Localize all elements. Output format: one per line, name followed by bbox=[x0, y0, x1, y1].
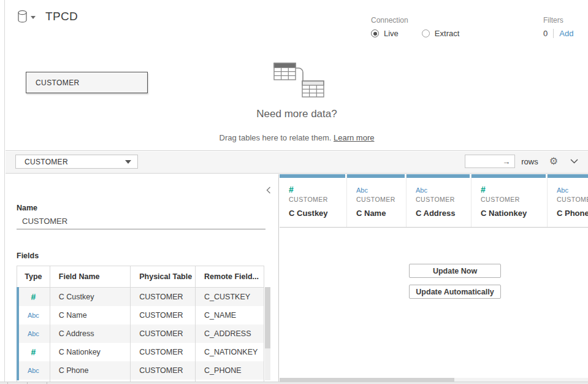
learn-more-link[interactable]: Learn more bbox=[334, 133, 374, 142]
grid-column-c-name[interactable]: Abc CUSTOMER C Name bbox=[347, 174, 407, 227]
remote-field-cell: C_ADDRESS bbox=[196, 324, 264, 343]
column-table-label: CUSTOMER bbox=[481, 196, 547, 203]
empty-state-hint: Drag tables here to relate them. Learn m… bbox=[6, 133, 588, 142]
bottom-edge-strip bbox=[0, 382, 588, 384]
relationship-canvas: TPCD Connection Live Extract Filters 0 A… bbox=[6, 0, 588, 151]
string-type-icon: Abc bbox=[416, 186, 427, 194]
fields-table: Type Field Name Physical Table Remote Fi… bbox=[17, 266, 264, 384]
database-icon[interactable] bbox=[17, 10, 36, 23]
connection-extract-radio[interactable]: Extract bbox=[422, 29, 459, 38]
rows-controls: → rows ⚙ bbox=[465, 155, 578, 168]
number-type-icon: # bbox=[31, 292, 36, 302]
radio-label-live: Live bbox=[384, 29, 399, 38]
table-details-panel: Name Fields Type Field Name Physical Tab… bbox=[6, 174, 279, 384]
column-header-field-name[interactable]: Field Name bbox=[50, 266, 130, 288]
field-name-cell: C Address bbox=[50, 324, 130, 343]
field-name-cell: C Nationkey bbox=[50, 343, 130, 361]
column-field-label: C Phone bbox=[557, 209, 588, 218]
filters-divider bbox=[553, 29, 554, 38]
collapse-panel-icon[interactable] bbox=[266, 185, 271, 196]
preview-grid-header: # CUSTOMER C Custkey Abc CUSTOMER C Name… bbox=[280, 174, 588, 228]
physical-table-cell: CUSTOMER bbox=[131, 288, 196, 306]
column-field-label: C Nationkey bbox=[481, 209, 547, 218]
datasource-header: TPCD bbox=[17, 10, 78, 23]
physical-table-cell: CUSTOMER bbox=[131, 306, 196, 324]
grid-column-c-address[interactable]: Abc CUSTOMER C Address bbox=[407, 174, 472, 227]
drag-tables-illustration-icon bbox=[269, 61, 325, 103]
connection-label: Connection bbox=[371, 16, 459, 25]
fields-label: Fields bbox=[17, 252, 39, 260]
string-type-icon: Abc bbox=[28, 330, 39, 337]
column-field-label: C Name bbox=[356, 209, 406, 218]
chevron-down-icon[interactable] bbox=[570, 159, 578, 164]
rows-count-input[interactable] bbox=[472, 157, 502, 166]
database-menu-caret-icon bbox=[31, 16, 36, 19]
remote-field-cell: C_NAME bbox=[196, 306, 264, 324]
remote-field-cell: C_CUSTKEY bbox=[196, 288, 264, 306]
column-field-label: C Address bbox=[416, 209, 471, 218]
field-row-c-custkey[interactable]: # C Custkey CUSTOMER C_CUSTKEY bbox=[17, 288, 264, 306]
logical-table-customer[interactable]: CUSTOMER bbox=[26, 72, 148, 93]
name-label: Name bbox=[17, 204, 37, 212]
table-pill-label: CUSTOMER bbox=[36, 79, 80, 87]
grid-column-c-nationkey[interactable]: # CUSTOMER C Nationkey bbox=[472, 174, 548, 227]
filters-group: Filters 0 Add bbox=[543, 16, 573, 38]
field-row-c-name[interactable]: Abc C Name CUSTOMER C_NAME bbox=[17, 306, 264, 324]
grid-toolbar: CUSTOMER → rows ⚙ bbox=[6, 152, 588, 174]
string-type-icon: Abc bbox=[28, 367, 39, 374]
field-row-c-address[interactable]: Abc C Address CUSTOMER C_ADDRESS bbox=[17, 324, 264, 343]
update-automatically-button[interactable]: Update Automatically bbox=[409, 285, 501, 299]
rows-unit-label: rows bbox=[521, 157, 538, 166]
table-name-input[interactable] bbox=[17, 213, 265, 229]
column-table-label: CUSTOMER bbox=[356, 196, 406, 203]
string-type-icon: Abc bbox=[28, 312, 39, 319]
string-type-icon: Abc bbox=[557, 186, 568, 194]
filters-count: 0 bbox=[543, 29, 548, 38]
connection-group: Connection Live Extract bbox=[371, 16, 459, 38]
gear-icon[interactable]: ⚙ bbox=[549, 156, 558, 166]
row-selection-bar bbox=[17, 287, 19, 380]
empty-state-hint-text: Drag tables here to relate them. bbox=[220, 133, 332, 142]
table-selector-dropdown[interactable]: CUSTOMER bbox=[15, 155, 138, 169]
datasource-title: TPCD bbox=[45, 10, 78, 23]
field-name-cell: C Name bbox=[50, 306, 130, 324]
physical-table-cell: CUSTOMER bbox=[131, 343, 196, 361]
metadata-and-preview: Name Fields Type Field Name Physical Tab… bbox=[6, 174, 588, 384]
field-row-c-nationkey[interactable]: # C Nationkey CUSTOMER C_NATIONKEY bbox=[17, 343, 264, 361]
string-type-icon: Abc bbox=[356, 186, 368, 194]
field-row-c-phone[interactable]: Abc C Phone CUSTOMER C_PHONE bbox=[17, 361, 264, 380]
column-table-label: CUSTOMER bbox=[557, 196, 588, 203]
column-table-label: CUSTOMER bbox=[289, 196, 346, 203]
column-header-physical-table[interactable]: Physical Table bbox=[131, 266, 196, 288]
grid-column-c-phone[interactable]: Abc CUSTOMER C Phone bbox=[548, 174, 588, 227]
column-header-type[interactable]: Type bbox=[17, 266, 50, 288]
filters-add-link[interactable]: Add bbox=[559, 29, 573, 38]
radio-selected-icon bbox=[371, 29, 379, 37]
remote-field-cell: C_PHONE bbox=[196, 361, 264, 380]
number-type-icon: # bbox=[481, 185, 486, 194]
column-header-remote-field[interactable]: Remote Field... bbox=[196, 266, 264, 288]
grid-column-c-custkey[interactable]: # CUSTOMER C Custkey bbox=[280, 174, 347, 227]
physical-table-cell: CUSTOMER bbox=[131, 361, 196, 380]
fields-table-header-row: Type Field Name Physical Table Remote Fi… bbox=[17, 266, 264, 288]
rows-input-box: → bbox=[465, 155, 515, 168]
update-now-button[interactable]: Update Now bbox=[409, 264, 501, 278]
number-type-icon: # bbox=[31, 347, 36, 357]
filters-label: Filters bbox=[543, 16, 573, 25]
connection-live-radio[interactable]: Live bbox=[371, 29, 399, 38]
column-field-label: C Custkey bbox=[289, 209, 346, 218]
scrollbar-thumb[interactable] bbox=[265, 287, 270, 348]
collapsed-connections-pane[interactable] bbox=[0, 0, 5, 384]
number-type-icon: # bbox=[289, 185, 294, 194]
field-name-cell: C Custkey bbox=[50, 288, 130, 306]
dropdown-caret-icon bbox=[125, 160, 131, 164]
radio-unselected-icon bbox=[422, 29, 430, 37]
empty-state-title: Need more data? bbox=[6, 108, 588, 120]
rows-go-arrow-icon[interactable]: → bbox=[502, 158, 510, 166]
radio-label-extract: Extract bbox=[435, 29, 459, 38]
table-selector-value: CUSTOMER bbox=[25, 158, 68, 166]
remote-field-cell: C_NATIONKEY bbox=[196, 343, 264, 361]
column-table-label: CUSTOMER bbox=[416, 196, 471, 203]
fields-vertical-scrollbar[interactable] bbox=[265, 287, 270, 380]
data-preview-grid: # CUSTOMER C Custkey Abc CUSTOMER C Name… bbox=[280, 174, 588, 384]
